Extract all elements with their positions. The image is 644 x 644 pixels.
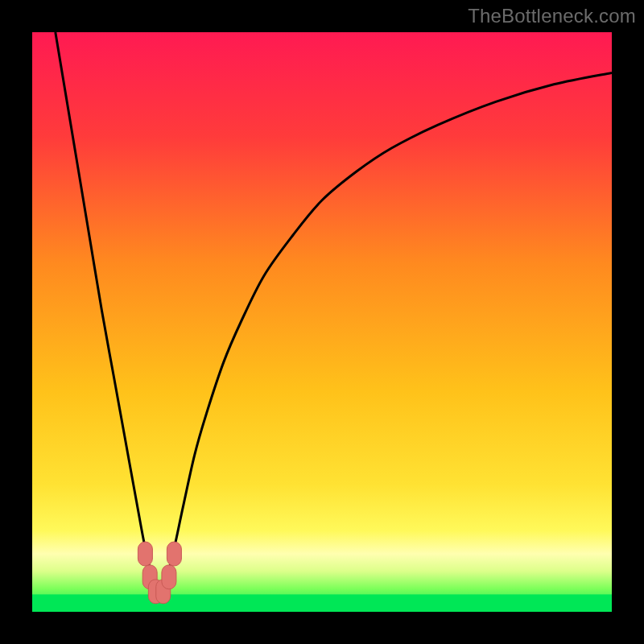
near-optimum-marker (162, 565, 176, 589)
chart-frame: TheBottleneck.com (0, 0, 644, 644)
watermark-text: TheBottleneck.com (468, 5, 636, 27)
gradient-background (32, 32, 612, 612)
near-optimum-marker (167, 542, 181, 566)
plot-area (32, 32, 612, 612)
green-band (32, 594, 612, 612)
bottleneck-chart (32, 32, 612, 612)
near-optimum-marker (138, 542, 152, 566)
